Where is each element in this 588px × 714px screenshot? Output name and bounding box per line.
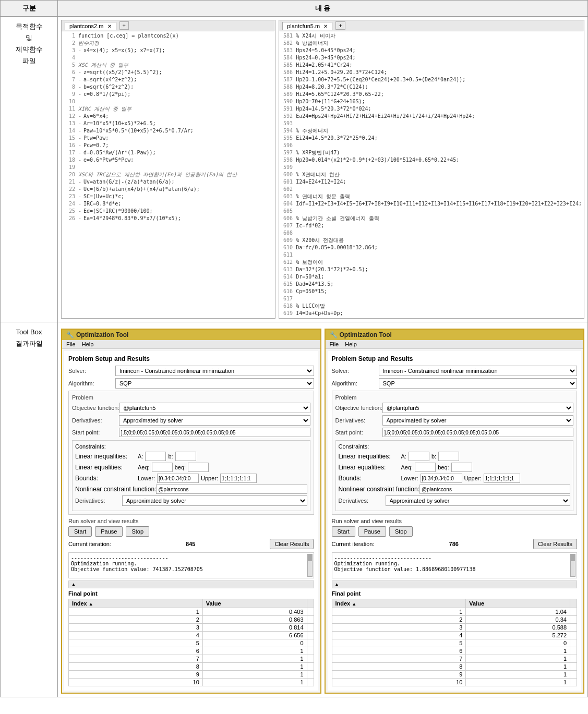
right-stop-button[interactable]: Stop	[389, 526, 413, 537]
code-line: 596	[281, 142, 582, 149]
right-derivatives2-select[interactable]: Approximated by solver	[386, 495, 571, 506]
right-code-tab[interactable]: plantcfun5.m ✕	[282, 22, 332, 30]
right-upper-input[interactable]	[484, 474, 520, 483]
right-bounds-inputs: Lower: Upper:	[401, 474, 520, 483]
left-solver-label: Solver:	[68, 368, 115, 374]
right-nonlin-input[interactable]	[419, 485, 570, 494]
right-result-row: 101	[332, 679, 577, 686]
right-pause-button[interactable]: Pause	[358, 526, 386, 537]
right-tool-body: Problem Setup and Results Solver: fminco…	[328, 351, 582, 691]
right-b-input[interactable]	[438, 452, 459, 461]
right-solver-select[interactable]: fmincon - Constrained nonlinear minimiza…	[379, 366, 578, 376]
right-result-row: 61	[332, 647, 577, 655]
right-algorithm-select[interactable]: SQP	[379, 378, 578, 389]
right-bounds-row: Bounds: Lower: Upper:	[339, 474, 571, 483]
left-result-row: 30.814	[69, 624, 314, 632]
code-line: 5XSC 계산식 중 일부	[64, 62, 273, 69]
right-derivatives-select[interactable]: Approximated by solver	[382, 415, 574, 426]
right-result-value: 1	[466, 655, 570, 663]
left-menu-file[interactable]: File	[66, 341, 76, 347]
right-obj-func-select[interactable]: @plantpfun5	[382, 403, 573, 413]
right-result-row: 91	[332, 671, 577, 679]
left-algorithm-select[interactable]: SQP	[115, 378, 314, 389]
code-line: 6-z=sqrt((x5/2)^2+(5.5)^2);	[64, 69, 273, 76]
right-nonlin-label: Nonlinear constraint function:	[339, 486, 419, 493]
right-menu-file[interactable]: File	[330, 341, 339, 347]
left-code-add-tab[interactable]: +	[119, 21, 129, 30]
left-result-value: 0.863	[202, 616, 307, 624]
right-clear-results-button[interactable]: Clear Results	[533, 539, 577, 549]
left-lower-input[interactable]	[157, 474, 199, 483]
code-line: 586Hi24=1.2+5.0+29.20.3*72+C124;	[281, 69, 582, 76]
code-line: 589Hi24=5.65*C124*20.3*0.65-22;	[281, 91, 582, 98]
right-result-row: 30.588	[332, 624, 577, 632]
right-start-point-label: Start point:	[335, 429, 382, 435]
code-line: 600% X연데너지 합산	[281, 171, 582, 178]
right-index-sort-icon[interactable]: ▲	[352, 601, 356, 607]
right-iter-row: Current iteration: 786 Clear Results	[332, 539, 578, 549]
right-results-table: Index ▲ Value 11.0420.3430.58845.2725061…	[332, 599, 578, 686]
left-start-button[interactable]: Start	[68, 526, 92, 537]
code-line: 597% XRP방법(비47)	[281, 149, 582, 156]
left-aeq-input[interactable]	[152, 463, 173, 472]
left-code-tab-close[interactable]: ✕	[107, 23, 112, 29]
right-start-button[interactable]: Start	[332, 526, 355, 537]
left-a-label: A:	[138, 453, 143, 459]
code-line: 581% X24시 비이자	[281, 32, 582, 40]
left-derivatives2-select[interactable]: Approximated by solver	[122, 495, 307, 506]
code-line: 608	[281, 229, 582, 237]
right-solver-row: Solver: fmincon - Constrained nonlinear …	[332, 366, 578, 376]
right-beq-input[interactable]	[451, 463, 472, 472]
left-obj-func-label: Objective function:	[72, 405, 119, 411]
left-result-value: 1	[202, 671, 307, 679]
right-nonlin-row: Nonlinear constraint function:	[339, 485, 571, 494]
left-constraints-section: Constraints: Linear inequalities: A: b:	[72, 440, 310, 511]
code-line: 26-Ea=14*2948*0.83*0.9*x7/(10*x5);	[64, 215, 273, 222]
right-result-index: 10	[332, 679, 466, 686]
right-aeq-input[interactable]	[415, 463, 436, 472]
left-result-value: 1	[202, 647, 307, 655]
right-menu-help[interactable]: Help	[345, 341, 357, 347]
left-nonlin-input[interactable]	[156, 485, 307, 494]
left-iter-value: 845	[186, 541, 195, 547]
right-start-point-input[interactable]	[382, 428, 574, 437]
left-result-index: 2	[69, 616, 203, 624]
right-code-tab-close[interactable]: ✕	[323, 23, 328, 29]
left-beq-input[interactable]	[188, 463, 209, 472]
left-clear-results-button[interactable]: Clear Results	[270, 539, 314, 549]
right-lower-input[interactable]	[421, 474, 462, 483]
left-obj-func-select[interactable]: @plantcfun5	[119, 403, 310, 413]
right-result-index: 7	[332, 655, 466, 663]
right-lin-ineq-label: Linear inequalities:	[339, 453, 401, 460]
right-upper-label: Upper:	[464, 475, 482, 481]
header-col1: 구분	[1, 1, 58, 17]
right-a-input[interactable]	[409, 452, 429, 461]
code-line: 8-b=sqrt(6^2+z^2);	[64, 83, 273, 91]
code-line: 618% LLCC이발	[281, 302, 582, 310]
left-result-row: 10.403	[69, 608, 314, 616]
right-code-add-tab[interactable]: +	[335, 21, 345, 30]
right-derivatives-label: Derivatives:	[335, 417, 382, 423]
left-lin-eq-inputs: Aeq: beq:	[138, 463, 209, 472]
left-stop-button[interactable]: Stop	[126, 526, 149, 537]
left-collapse-button[interactable]: ▲	[68, 580, 314, 588]
left-pause-button[interactable]: Pause	[95, 526, 123, 537]
right-collapse-button[interactable]: ▲	[332, 580, 578, 588]
left-code-tab[interactable]: plantcons2.m ✕	[65, 22, 116, 30]
left-index-sort-icon[interactable]: ▲	[89, 601, 93, 607]
code-line: 592Ea24=Hps24+Hp24+HI/2+Hi24+Ei24+Hi/24+…	[281, 113, 582, 120]
left-derivatives-select[interactable]: Approximated by solver	[119, 415, 310, 426]
left-output-scrollbar[interactable]	[307, 554, 313, 577]
code-line: 604Idf=I1+I2+I3+I4+I5+I6+I7+I8+I9+I10+I1…	[281, 200, 582, 208]
left-menu-help[interactable]: Help	[82, 341, 94, 347]
left-start-point-input[interactable]	[119, 428, 310, 437]
left-b-input[interactable]	[175, 452, 196, 461]
tool-icon-right: 🔧	[330, 331, 338, 338]
code-line: 12-Av=6*x4;	[64, 113, 273, 120]
left-solver-select[interactable]: fmincon - Constrained nonlinear minimiza…	[115, 366, 314, 376]
left-upper-input[interactable]	[220, 474, 257, 483]
left-a-input[interactable]	[145, 452, 166, 461]
right-output-scrollbar[interactable]	[570, 554, 575, 577]
right-code-panel: plantcfun5.m ✕ + 581% X24시 비이자 582% 방법에너…	[279, 20, 584, 319]
code-line: 19	[64, 164, 273, 171]
